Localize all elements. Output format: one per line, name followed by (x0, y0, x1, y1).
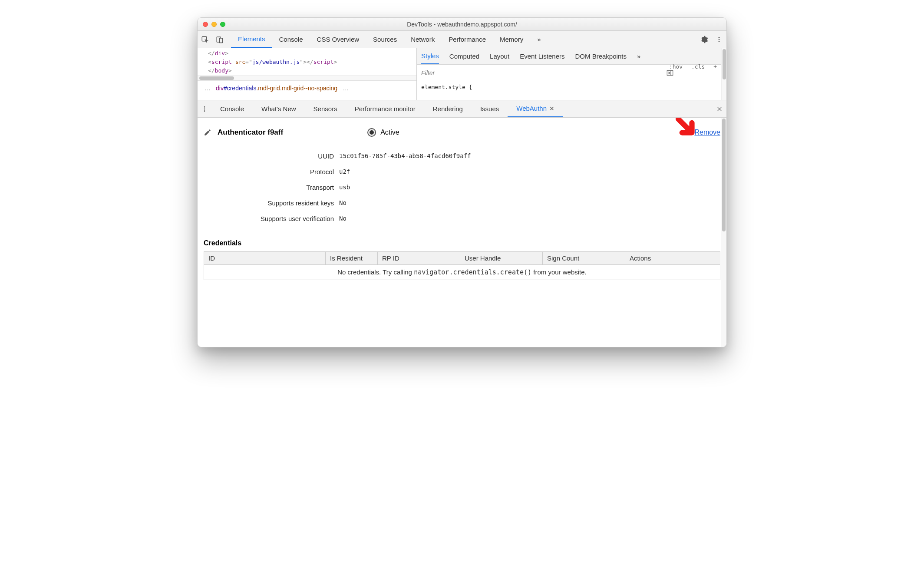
tab-console[interactable]: Console (272, 31, 310, 48)
credentials-heading: Credentials (204, 239, 720, 247)
styles-filter-bar: :hov .cls + (417, 65, 726, 81)
kebab-menu-icon[interactable] (712, 36, 726, 43)
styles-tools: :hov .cls + (662, 63, 726, 83)
breadcrumb-classes: .mdl-grid.mdl-grid--no-spacing (256, 85, 337, 92)
html-source[interactable]: </div> <script src="js/webauthn.js"></sc… (198, 48, 416, 75)
drawer-tab-rendering[interactable]: Rendering (424, 100, 472, 117)
styles-filter-input[interactable] (417, 69, 662, 76)
styles-tabs-overflow[interactable]: » (637, 48, 640, 64)
horizontal-scrollbar[interactable] (198, 75, 416, 80)
authenticator-properties: UUID15c01f56-785f-43b4-ab58-4facd60f9aff… (204, 148, 720, 226)
styles-vertical-scrollbar[interactable] (721, 48, 726, 100)
tab-network[interactable]: Network (404, 31, 442, 48)
hov-toggle[interactable]: :hov (669, 63, 683, 70)
active-radio-group: Active (367, 128, 399, 137)
toggle-sidebar-icon[interactable] (667, 70, 722, 76)
drawer-tab-webauthn-label: WebAuthn (516, 105, 547, 112)
table-empty-row: No credentials. Try calling navigator.cr… (204, 265, 720, 280)
svg-rect-2 (219, 38, 223, 43)
prop-row-resident-keys: Supports resident keysNo (204, 195, 720, 211)
webauthn-panel: Authenticator f9aff Active Remove UUID15… (198, 118, 726, 347)
drawer-tab-webauthn[interactable]: WebAuthn ✕ (508, 100, 563, 117)
prop-row-user-verification: Supports user verificationNo (204, 211, 720, 226)
element-style-block[interactable]: element.style { (417, 81, 726, 93)
elements-pane: </div> <script src="js/webauthn.js"></sc… (198, 48, 417, 100)
prop-row-uuid: UUID15c01f56-785f-43b4-ab58-4facd60f9aff (204, 148, 720, 164)
prop-row-protocol: Protocolu2f (204, 164, 720, 179)
main-toolbar: Elements Console CSS Overview Sources Ne… (198, 31, 726, 48)
breadcrumb[interactable]: … div#credentials.mdl-grid.mdl-grid--no-… (198, 80, 416, 95)
svg-point-8 (204, 106, 205, 108)
th-is-resident: Is Resident (326, 252, 378, 265)
annotation-arrow-icon (675, 118, 700, 140)
close-tab-icon[interactable]: ✕ (549, 105, 554, 112)
svg-point-5 (719, 41, 720, 42)
table-header-row: ID Is Resident RP ID User Handle Sign Co… (204, 252, 720, 265)
svg-point-10 (204, 110, 205, 112)
tab-computed[interactable]: Computed (449, 48, 479, 64)
window-title: DevTools - webauthndemo.appspot.com/ (198, 21, 726, 28)
th-id: ID (204, 252, 326, 265)
breadcrumb-leading-dots[interactable]: … (202, 85, 213, 92)
drawer-tab-issues[interactable]: Issues (472, 100, 508, 117)
active-radio[interactable] (367, 128, 376, 137)
tab-event-listeners[interactable]: Event Listeners (520, 48, 564, 64)
th-user-handle: User Handle (460, 252, 543, 265)
main-split: </div> <script src="js/webauthn.js"></sc… (198, 48, 726, 100)
th-rp-id: RP ID (378, 252, 460, 265)
svg-point-4 (719, 39, 720, 40)
svg-point-3 (719, 37, 720, 38)
breadcrumb-trailing-dots[interactable]: … (340, 85, 351, 92)
styles-pane: Styles Computed Layout Event Listeners D… (417, 48, 726, 100)
prop-row-transport: Transportusb (204, 179, 720, 195)
toolbar-separator (229, 34, 229, 45)
drawer-tab-sensors[interactable]: Sensors (305, 100, 346, 117)
tabs-overflow[interactable]: » (530, 31, 548, 48)
empty-post: from your website. (531, 268, 587, 276)
drawer-tab-console[interactable]: Console (211, 100, 253, 117)
th-actions: Actions (625, 252, 720, 265)
drawer-tabs: Console What's New Sensors Performance m… (198, 100, 726, 118)
svg-point-9 (204, 108, 205, 109)
tab-styles[interactable]: Styles (421, 48, 439, 64)
device-toolbar-icon[interactable] (212, 36, 227, 43)
active-label: Active (380, 129, 399, 136)
empty-pre: No credentials. Try calling (337, 268, 414, 276)
authenticator-title: Authenticator f9aff (218, 128, 283, 137)
edit-icon[interactable] (204, 129, 211, 136)
tab-sources[interactable]: Sources (366, 31, 404, 48)
tab-layout[interactable]: Layout (490, 48, 509, 64)
gear-icon[interactable] (697, 36, 712, 43)
devtools-window: DevTools - webauthndemo.appspot.com/ Ele… (197, 17, 727, 347)
empty-code: navigator.credentials.create() (414, 268, 531, 276)
drawer-kebab-menu-icon[interactable] (198, 106, 211, 112)
drawer-tab-whats-new[interactable]: What's New (253, 100, 305, 117)
cls-toggle[interactable]: .cls (691, 63, 705, 70)
breadcrumb-id: #credentials (224, 85, 257, 92)
tab-performance[interactable]: Performance (442, 31, 493, 48)
drawer-tab-performance-monitor[interactable]: Performance monitor (346, 100, 424, 117)
empty-state-cell: No credentials. Try calling navigator.cr… (204, 265, 720, 280)
tab-elements[interactable]: Elements (231, 31, 272, 48)
tab-dom-breakpoints[interactable]: DOM Breakpoints (575, 48, 627, 64)
close-drawer-icon[interactable] (713, 106, 726, 112)
tab-css-overview[interactable]: CSS Overview (310, 31, 366, 48)
new-style-rule-button[interactable]: + (713, 63, 717, 70)
breadcrumb-tag: div (216, 85, 224, 92)
inspect-element-icon[interactable] (198, 36, 212, 43)
styles-tabs: Styles Computed Layout Event Listeners D… (417, 48, 726, 65)
credentials-table: ID Is Resident RP ID User Handle Sign Co… (204, 251, 720, 280)
authenticator-header: Authenticator f9aff Active Remove (204, 128, 720, 137)
tab-memory[interactable]: Memory (493, 31, 530, 48)
panel-vertical-scrollbar[interactable] (721, 118, 726, 347)
titlebar: DevTools - webauthndemo.appspot.com/ (198, 18, 726, 31)
th-sign-count: Sign Count (543, 252, 625, 265)
